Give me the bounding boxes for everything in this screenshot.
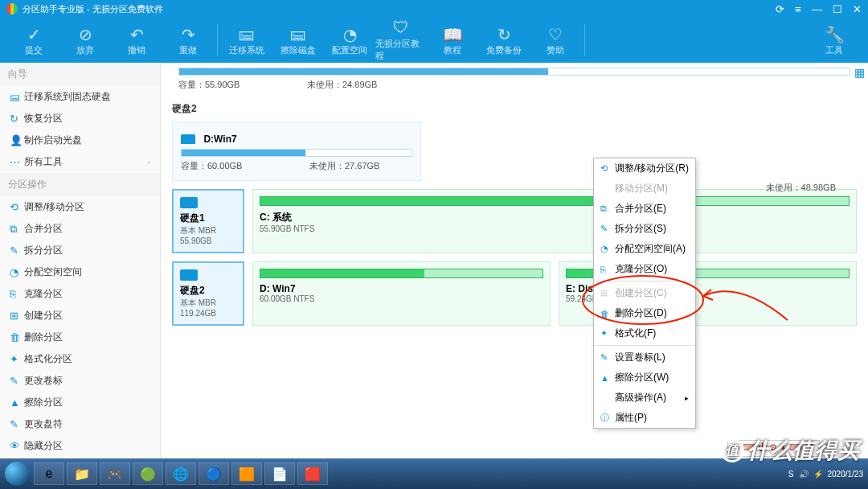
toolbar-赞助[interactable]: ♡ 赞助: [530, 25, 581, 56]
taskbar-app-icon[interactable]: 📄: [264, 462, 295, 485]
taskbar-app-icon[interactable]: 🟢: [133, 462, 163, 485]
toolbar-迁移系统[interactable]: 🖴 迁移系统: [221, 25, 272, 56]
taskbar-app-icon[interactable]: 🟥: [297, 462, 328, 485]
view-mode-icon[interactable]: ▦: [854, 66, 865, 79]
menu-item-拆分分区(S)[interactable]: ✎ 拆分分区(S): [594, 219, 695, 239]
toolbar-重做[interactable]: ↷ 重做: [162, 25, 214, 56]
menu-label: 创建分区(C): [615, 286, 667, 300]
sidebar-item-分配空闲空间[interactable]: ◔ 分配空闲空间: [0, 261, 160, 283]
sidebar-icon: 👁: [10, 440, 24, 452]
tray-icon[interactable]: 🔊: [799, 470, 809, 479]
sidebar-item-恢复分区[interactable]: ↻ 恢复分区: [0, 108, 160, 129]
toolbar-icon: ↻: [497, 25, 511, 44]
menu-item-删除分区(D)[interactable]: 🗑 删除分区(D): [594, 303, 695, 323]
toolbar-label: 无损分区教程: [375, 38, 427, 62]
taskbar-explorer-icon[interactable]: 📁: [67, 462, 97, 485]
unused-label: 未使用：27.67GB: [309, 160, 379, 172]
sidebar-group: 向导: [0, 63, 160, 86]
menu-item-合并分区(E)[interactable]: ⧉ 合并分区(E): [594, 199, 695, 219]
menu-icon: ⓘ: [600, 412, 615, 424]
toolbar-icon: 📖: [443, 25, 463, 44]
toolbar-放弃[interactable]: ⊘ 放弃: [59, 25, 111, 56]
menu-label: 设置卷标(L): [615, 351, 665, 364]
sidebar-item-制作启动光盘[interactable]: 👤 制作启动光盘: [0, 129, 160, 151]
capacity-label: 容量：60.00GB: [181, 160, 309, 172]
toolbar-提交[interactable]: ✓ 提交: [8, 25, 59, 56]
menu-item-分配空闲空间(A)[interactable]: ◔ 分配空闲空间(A): [594, 239, 695, 259]
menu-item-属性(P)[interactable]: ⓘ 属性(P): [594, 408, 695, 428]
sidebar-item-更改盘符[interactable]: ✎ 更改盘符: [0, 413, 160, 435]
menu-item-调整/移动分区(R)[interactable]: ⟲ 调整/移动分区(R): [594, 158, 695, 179]
sidebar-label: 迁移系统到固态硬盘: [24, 90, 111, 104]
sidebar-item-创建分区[interactable]: ⊞ 创建分区: [0, 305, 160, 327]
sidebar-item-删除分区[interactable]: 🗑 删除分区: [0, 327, 160, 348]
taskbar-ie-icon[interactable]: e: [34, 462, 64, 485]
tray-icon[interactable]: S: [788, 470, 794, 479]
toolbar-免费备份[interactable]: ↻ 免费备份: [478, 25, 530, 56]
system-tray[interactable]: S 🔊 ⚡ 2020/1/23: [788, 470, 863, 479]
taskbar-app-icon[interactable]: 🟧: [231, 462, 262, 485]
sidebar-icon: ⊞: [10, 310, 24, 322]
sidebar-item-隐藏分区[interactable]: 👁 隐藏分区: [0, 435, 160, 457]
chevron-right-icon: ›: [148, 158, 150, 166]
sidebar-item-拆分分区[interactable]: ✎ 拆分分区: [0, 240, 160, 261]
minimize-icon[interactable]: —: [812, 3, 822, 15]
sidebar-label: 创建分区: [24, 309, 63, 323]
toolbar-icon: ↶: [130, 25, 144, 44]
d-partition-box[interactable]: D:Win7 容量：60.00GB 未使用：27.67GB: [172, 122, 421, 181]
toolbar-撤销[interactable]: ↶ 撤销: [111, 25, 162, 56]
start-button[interactable]: [5, 462, 29, 486]
menu-label: 擦除分区(W): [615, 371, 669, 384]
sidebar-item-格式化分区[interactable]: ✦ 格式化分区: [0, 348, 160, 370]
sidebar-item-迁移系统到固态硬盘[interactable]: 🖴 迁移系统到固态硬盘: [0, 86, 160, 108]
sidebar-item-更改卷标[interactable]: ✎ 更改卷标: [0, 370, 160, 392]
menu-item-高级操作(A)[interactable]: 高级操作(A) ▸: [594, 388, 695, 408]
refresh-icon[interactable]: ⟳: [776, 3, 784, 15]
sidebar-group: 分区操作: [0, 173, 160, 196]
volume-D: Win7[interactable]: D: Win7 60.00GB NTFS: [252, 261, 551, 326]
toolbar-icon: 🔧: [825, 25, 845, 44]
menu-item-创建分区(C): ⊞ 创建分区(C): [594, 283, 695, 303]
disk-type: 基本 MBR: [180, 225, 236, 236]
disk-row: 硬盘2 基本 MBR 119.24GB D: Win7 60.00GB NTFS…: [172, 261, 857, 326]
sidebar-item-合并分区[interactable]: ⧉ 合并分区: [0, 218, 160, 240]
taskbar-app-icon[interactable]: 🔵: [199, 462, 229, 485]
volume-C: 系统[interactable]: C: 系统 55.90GB NTFS: [252, 189, 857, 253]
sidebar-label: 恢复分区: [24, 112, 63, 125]
toolbar-icon: ◔: [343, 25, 357, 44]
menu-item-克隆分区(O)[interactable]: ⎘ 克隆分区(O): [594, 259, 695, 279]
sidebar-item-擦除分区[interactable]: ▲ 擦除分区: [0, 392, 160, 413]
disk-card-硬盘1[interactable]: 硬盘1 基本 MBR 55.90GB: [172, 189, 244, 253]
toolbar-无损分区教程[interactable]: 🛡 无损分区教程: [375, 18, 427, 62]
menu-label: 格式化(F): [615, 327, 656, 340]
sidebar-icon: 🖴: [10, 91, 24, 103]
toolbar-工具[interactable]: 🔧 工具: [809, 25, 860, 56]
close-icon[interactable]: ✕: [853, 3, 862, 15]
watermark-text: 什么值得买: [747, 436, 860, 465]
toolbar-擦除磁盘[interactable]: 🖴 擦除磁盘: [272, 25, 324, 56]
partition-bar[interactable]: [178, 68, 850, 76]
main-area: ▦ 容量：55.90GB 未使用：24.89GB 硬盘2 D:Win7 容量：6…: [161, 63, 868, 458]
disk-card-硬盘2[interactable]: 硬盘2 基本 MBR 119.24GB: [172, 261, 244, 326]
sidebar-label: 所有工具: [24, 155, 63, 169]
window-title: 分区助手专业版 - 无损分区免费软件: [23, 3, 768, 15]
menu-item-设置卷标(L)[interactable]: ✎ 设置卷标(L): [594, 347, 695, 368]
toolbar-教程[interactable]: 📖 教程: [427, 25, 478, 56]
toolbar-label: 免费备份: [486, 44, 522, 56]
sidebar-item-克隆分区[interactable]: ⎘ 克隆分区: [0, 283, 160, 305]
disk2-section-title: 硬盘2: [172, 102, 857, 116]
taskbar-app-icon[interactable]: 🌐: [166, 462, 196, 485]
menu-icon[interactable]: ≡: [795, 3, 801, 15]
maximize-icon[interactable]: ☐: [833, 3, 842, 15]
sidebar-item-调整/移动分区[interactable]: ⟲ 调整/移动分区: [0, 196, 160, 218]
app-window: 分区助手专业版 - 无损分区免费软件 ⟳ ≡ — ☐ ✕ ✓ 提交 ⊘ 放弃 ↶…: [0, 0, 868, 458]
menu-item-格式化(F)[interactable]: ✦ 格式化(F): [594, 323, 695, 343]
menu-item-擦除分区(W)[interactable]: ▲ 擦除分区(W): [594, 368, 695, 388]
sidebar-item-所有工具[interactable]: ⋯ 所有工具 ›: [0, 151, 160, 173]
toolbar-配置空间[interactable]: ◔ 配置空间: [324, 25, 375, 56]
sidebar-label: 擦除分区: [24, 396, 63, 409]
taskbar-app-icon[interactable]: 🎮: [100, 462, 130, 485]
toolbar-icon: ⊘: [79, 25, 92, 44]
tray-icon[interactable]: ⚡: [813, 470, 823, 479]
sidebar-label: 调整/移动分区: [24, 200, 84, 214]
